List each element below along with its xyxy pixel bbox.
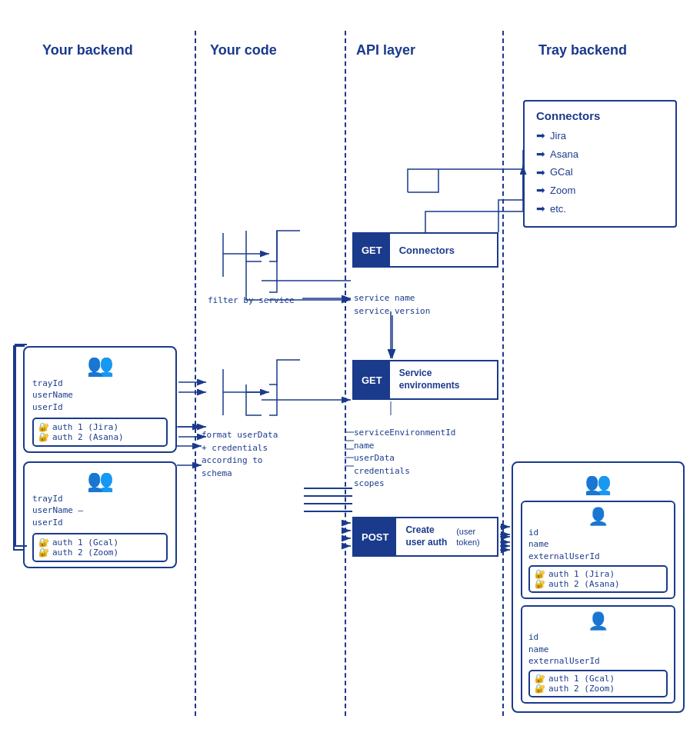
- auth-box-top: 🔐 auth 1 (Jira) 🔐 auth 2 (Asana): [32, 418, 168, 447]
- connector-zoom: ➡ Zoom: [536, 181, 664, 200]
- tray-user-icon-1: 👤: [528, 507, 668, 527]
- api-get-service-env: GET Serviceenvironments: [352, 360, 498, 400]
- svg-line-10: [346, 434, 352, 528]
- get-connectors-label: Connectors: [390, 234, 464, 266]
- annot-service-env-params: serviceEnvironmentIdnameuserDatacredenti…: [354, 427, 455, 491]
- post-create-label: Create user auth(user token): [396, 518, 497, 555]
- lock-icon-3: 🔐: [38, 538, 49, 548]
- tray-lock-1: 🔐: [535, 569, 545, 579]
- auth-zoom: 🔐 auth 2 (Zoom): [38, 548, 162, 558]
- get-connectors-method: GET: [354, 234, 390, 266]
- post-create-method: POST: [354, 518, 396, 555]
- connector-jira: ➡ Jira: [536, 127, 664, 145]
- tray-users-outer: 👥 👤 idnameexternalUserId 🔐 auth 1 (Jira)…: [512, 461, 685, 713]
- user-icon-bottom: 👥: [32, 468, 168, 493]
- tray-user-fields-1: idnameexternalUserId: [528, 527, 668, 562]
- header-tray-backend: Tray backend: [538, 42, 627, 58]
- tray-auth-asana: 🔐 auth 2 (Asana): [535, 579, 662, 589]
- api-get-connectors: GET Connectors: [352, 232, 498, 268]
- lock-icon-4: 🔐: [38, 548, 49, 558]
- connector-asana: ➡ Asana: [536, 145, 664, 164]
- zoom-arrow-icon: ➡: [536, 181, 545, 200]
- tray-auth-gcal: 🔐 auth 1 (Gcal): [535, 674, 662, 684]
- tray-lock-4: 🔐: [535, 684, 545, 694]
- user-fields-top: trayIduserNameuserId: [32, 378, 168, 413]
- tray-auth-jira: 🔐 auth 1 (Jira): [535, 569, 662, 579]
- tray-user-icon-2: 👤: [528, 611, 668, 631]
- auth-asana: 🔐 auth 2 (Asana): [38, 432, 162, 442]
- tray-user-icon-group: 👥: [521, 471, 675, 496]
- tray-auth-box-1: 🔐 auth 1 (Jira) 🔐 auth 2 (Asana): [528, 565, 668, 593]
- auth-gcal: 🔐 auth 1 (Gcal): [38, 538, 162, 548]
- tray-lock-2: 🔐: [535, 579, 545, 589]
- connectors-title: Connectors: [536, 109, 664, 122]
- get-service-method: GET: [354, 361, 390, 398]
- user-card-bottom: 👥 trayIduserName —userId 🔐 auth 1 (Gcal)…: [23, 461, 177, 568]
- tray-auth-zoom: 🔐 auth 2 (Zoom): [535, 684, 662, 694]
- lock-icon-2: 🔐: [38, 432, 49, 442]
- connectors-box: Connectors ➡ Jira ➡ Asana ➡ GCal ➡ Zoom …: [523, 100, 677, 228]
- user-fields-bottom: trayIduserName —userId: [32, 493, 168, 528]
- header-api-layer: API layer: [356, 42, 415, 58]
- gcal-arrow-icon: ➡: [536, 164, 545, 182]
- annot-format-userdata: format userData+ credentialsaccording to…: [202, 429, 278, 480]
- annot-filter-service: filter by service: [208, 295, 295, 308]
- connector-etc: ➡ etc.: [536, 200, 664, 218]
- diagram: Your backend Your code API layer Tray ba…: [0, 0, 700, 739]
- tray-user-card-2: 👤 idnameexternalUserId 🔐 auth 1 (Gcal) 🔐…: [521, 605, 675, 704]
- connector-gcal: ➡ GCal: [536, 164, 664, 182]
- header-your-code: Your code: [210, 42, 277, 58]
- auth-jira: 🔐 auth 1 (Jira): [38, 422, 162, 432]
- tray-lock-3: 🔐: [535, 674, 545, 684]
- lock-icon-1: 🔐: [38, 422, 49, 432]
- tray-auth-box-2: 🔐 auth 1 (Gcal) 🔐 auth 2 (Zoom): [528, 670, 668, 697]
- annot-service-params: service nameservice version: [354, 292, 430, 318]
- separator-3: [502, 31, 504, 716]
- asana-arrow-icon: ➡: [536, 145, 545, 164]
- separator-2: [345, 31, 346, 716]
- tray-user-fields-2: idnameexternalUserId: [528, 631, 668, 667]
- tray-user-card-1: 👤 idnameexternalUserId 🔐 auth 1 (Jira) 🔐…: [521, 501, 675, 599]
- header-your-backend: Your backend: [42, 42, 133, 58]
- separator-1: [195, 31, 196, 716]
- jira-arrow-icon: ➡: [536, 127, 545, 145]
- api-post-create-auth: POST Create user auth(user token): [352, 517, 498, 557]
- get-service-label: Serviceenvironments: [390, 361, 469, 398]
- user-icon-top: 👥: [32, 352, 168, 378]
- etc-arrow-icon: ➡: [536, 200, 545, 218]
- user-card-top: 👥 trayIduserNameuserId 🔐 auth 1 (Jira) 🔐…: [23, 346, 177, 453]
- auth-box-bottom: 🔐 auth 1 (Gcal) 🔐 auth 2 (Zoom): [32, 533, 168, 562]
